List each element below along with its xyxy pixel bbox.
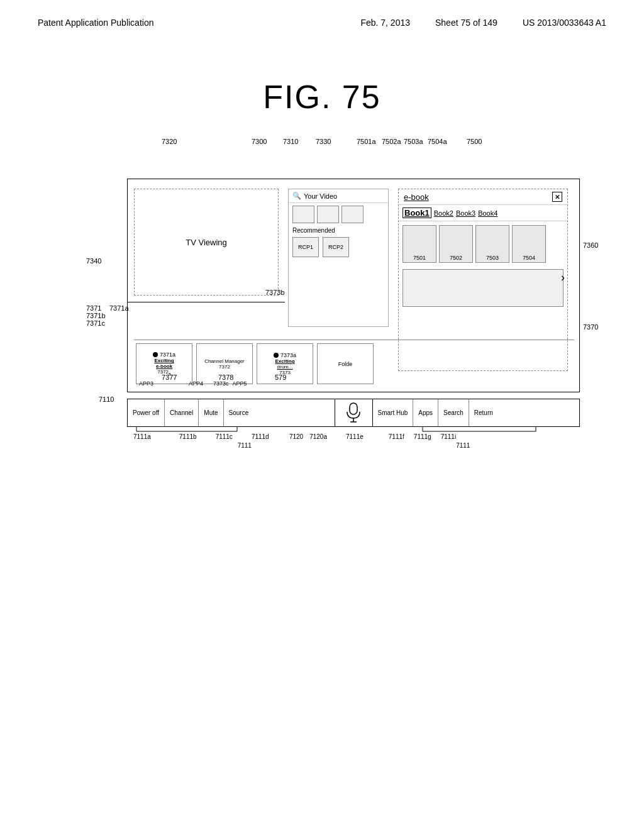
book1-tab[interactable]: Book1 — [402, 208, 431, 218]
page-header: Patent Application Publication Feb. 7, 2… — [0, 0, 644, 28]
ann-7371: 7371 — [86, 304, 101, 312]
smart-hub-search-bar: 🔍 Your Video — [289, 189, 388, 203]
rcp2-label: RCP2 — [328, 244, 343, 250]
ebook-title: e-book — [404, 192, 429, 202]
ref-7503a: 7503a — [404, 138, 423, 145]
bullet-dot-2 — [274, 353, 279, 358]
remote-control-bar: Power off Channel Mute Source Smart Hub … — [127, 399, 580, 427]
thumb-3 — [341, 206, 364, 223]
book-7504: 7504 — [512, 225, 546, 263]
publication-label: Patent Application Publication — [38, 18, 153, 28]
ref-7502a: 7502a — [382, 138, 401, 145]
ref-7500: 7500 — [467, 138, 482, 145]
thumb-2 — [317, 206, 339, 223]
video-thumbnails — [289, 203, 388, 226]
ann-7370: 7370 — [583, 323, 598, 331]
channel-button[interactable]: Channel — [165, 399, 199, 426]
bottom-app-labels: APP3 APP4 7373c APP5 — [134, 380, 247, 387]
figure-title: FIG. 75 — [0, 78, 644, 116]
app-ebook-icon-row: 7371a — [153, 351, 175, 358]
power-off-button[interactable]: Power off — [128, 399, 165, 426]
thumb-1 — [292, 206, 314, 223]
ref-7300: 7300 — [252, 138, 267, 145]
source-button[interactable]: Source — [224, 399, 254, 426]
book-tabs: Book1 Book2 Book3 Book4 — [399, 205, 567, 221]
ann-7340: 7340 — [86, 257, 101, 265]
microphone-icon — [345, 402, 362, 424]
app-folder-label: Folde — [338, 361, 353, 367]
bracket-svg — [127, 424, 580, 449]
return-button[interactable]: Return — [469, 399, 498, 426]
ann-7360: 7360 — [583, 241, 598, 249]
app-channel-ref: 7372 — [219, 364, 230, 370]
app-ebook-label2: e-book — [156, 363, 172, 369]
ref-7330: 7330 — [316, 138, 331, 145]
patent-number: US 2013/0033643 A1 — [523, 18, 606, 28]
ref-7373c: 7373c — [213, 380, 229, 387]
app-channel-label: Channel Manager — [204, 358, 245, 364]
rcp2-box: RCP2 — [323, 237, 349, 257]
ref-7340-line — [128, 302, 285, 302]
book-content-area — [402, 269, 564, 307]
diagram-area: 7320 7300 7310 7330 7501a 7502a 7503a 75… — [108, 135, 599, 436]
app-row: 7371a Exciting e-book 7372a Channel Mana… — [134, 340, 574, 387]
your-video-label: Your Video — [304, 192, 337, 200]
ann-7371c: 7371c — [86, 319, 105, 327]
app-drum-id: 7373a — [280, 352, 296, 358]
header-right: Feb. 7, 2013 Sheet 75 of 149 US 2013/003… — [360, 18, 606, 28]
ann-7371b: 7371b — [86, 312, 106, 319]
rcp1-box: RCP1 — [292, 237, 319, 257]
app5-label: APP5 — [233, 380, 247, 387]
app-ebook-label: Exciting — [154, 358, 174, 363]
rcp-row: RCP1 RCP2 — [289, 235, 388, 259]
ref-7320: 7320 — [162, 138, 177, 145]
right-arrow-icon[interactable]: › — [561, 271, 565, 284]
ref-7310: 7310 — [283, 138, 298, 145]
apps-button[interactable]: Apps — [413, 399, 438, 426]
app-ebook-id: 7371a — [160, 351, 175, 358]
mute-button[interactable]: Mute — [199, 399, 223, 426]
ann-7378: 7378 — [218, 374, 233, 381]
app-drum-icon-row: 7373a — [274, 352, 296, 358]
app-drum-label2: drum... — [277, 364, 293, 370]
tv-screen: TV Viewing 🔍 Your Video Recommended RCP1… — [127, 179, 580, 392]
ann-579: 579 — [275, 374, 286, 381]
search-icon: 🔍 — [292, 192, 301, 200]
search-button[interactable]: Search — [438, 399, 469, 426]
smart-hub-panel: 🔍 Your Video Recommended RCP1 RCP2 — [288, 189, 389, 327]
ann-7377: 7377 — [162, 374, 177, 381]
ann-7373b: 7373b — [265, 289, 285, 296]
app4-label: APP4 — [189, 380, 203, 387]
ref-7504a: 7504a — [428, 138, 447, 145]
app-drum-label: Exciting — [275, 358, 294, 364]
book2-tab[interactable]: Book2 — [434, 209, 453, 217]
ann-7371a: 7371a — [109, 304, 129, 312]
ebook-title-bar: e-book ✕ — [399, 189, 567, 205]
book-shelves: 7501 7502 7503 7504 — [399, 221, 567, 267]
publication-date: Feb. 7, 2013 — [360, 18, 410, 28]
tv-viewing-panel: TV Viewing — [134, 189, 279, 296]
svg-rect-0 — [350, 403, 357, 414]
book-7502: 7502 — [439, 225, 473, 263]
sheet-info: Sheet 75 of 149 — [435, 18, 497, 28]
tv-viewing-label: TV Viewing — [186, 238, 227, 247]
close-button[interactable]: ✕ — [552, 192, 562, 202]
remote-center-icon — [335, 399, 373, 426]
book4-tab[interactable]: Book4 — [478, 209, 497, 217]
remote-right-buttons: Smart Hub Apps Search Return — [373, 399, 580, 426]
rcp1-label: RCP1 — [298, 244, 313, 250]
book3-tab[interactable]: Book3 — [456, 209, 475, 217]
book-7503: 7503 — [475, 225, 509, 263]
ann-7110: 7110 — [99, 396, 114, 403]
app3-label: APP3 — [139, 380, 153, 387]
app-row-spacer — [375, 340, 520, 387]
remote-left-buttons: Power off Channel Mute Source — [128, 399, 335, 426]
smart-hub-button[interactable]: Smart Hub — [373, 399, 414, 426]
book-7501: 7501 — [402, 225, 436, 263]
ref-7501a: 7501a — [357, 138, 376, 145]
bullet-dot-1 — [153, 352, 158, 357]
app-folder[interactable]: Folde — [317, 343, 374, 384]
recommended-label: Recommended — [289, 226, 388, 235]
